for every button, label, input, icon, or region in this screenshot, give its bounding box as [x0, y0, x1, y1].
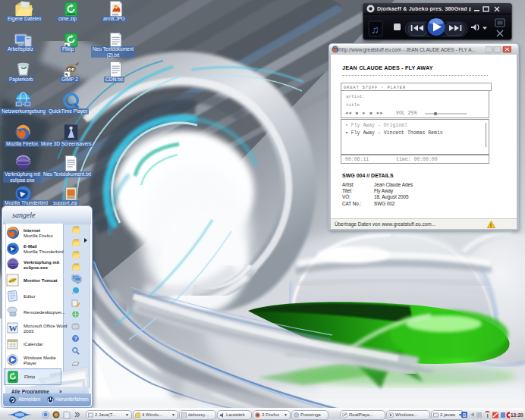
svg-text:♫: ♫ — [371, 24, 379, 36]
svg-text:W: W — [9, 324, 17, 333]
svg-text:?: ? — [74, 336, 77, 341]
svg-text:B: B — [463, 412, 466, 418]
svg-text:!: ! — [490, 223, 492, 228]
